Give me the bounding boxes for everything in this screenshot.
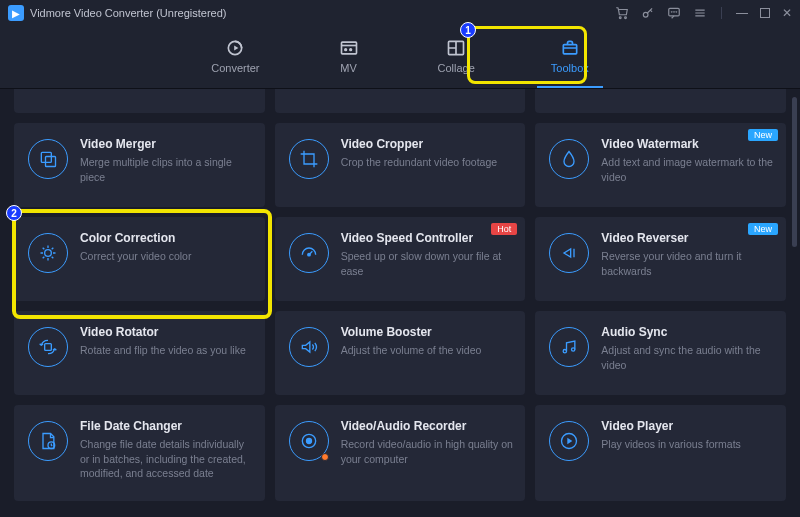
sync-icon <box>549 327 589 367</box>
alert-dot-icon <box>321 453 329 461</box>
tool-card-stub[interactable] <box>535 89 786 113</box>
key-icon[interactable] <box>641 6 655 20</box>
tool-video-watermark[interactable]: New Video Watermark Add text and image w… <box>535 123 786 207</box>
volume-icon <box>289 327 329 367</box>
tool-title: File Date Changer <box>80 419 253 433</box>
tab-label: Converter <box>211 62 259 74</box>
tool-video-merger[interactable]: Video Merger Merge multiple clips into a… <box>14 123 265 207</box>
tool-speed-controller[interactable]: Hot Video Speed Controller Speed up or s… <box>275 217 526 301</box>
tool-title: Volume Booster <box>341 325 482 339</box>
svg-marker-26 <box>568 438 573 445</box>
tab-label: Toolbox <box>551 62 589 74</box>
tab-converter[interactable]: Converter <box>197 36 273 76</box>
svg-rect-9 <box>341 42 356 54</box>
scrollbar[interactable] <box>792 97 797 247</box>
svg-point-16 <box>45 250 52 257</box>
color-icon <box>28 233 68 273</box>
svg-point-5 <box>674 12 675 13</box>
annotation-number-2: 2 <box>6 205 22 221</box>
tool-desc: Correct your video color <box>80 249 191 264</box>
play-icon <box>549 421 589 461</box>
merge-icon <box>28 139 68 179</box>
titlebar: ▶ Vidmore Video Converter (Unregistered)… <box>0 0 800 26</box>
tool-desc: Merge multiple clips into a single piece <box>80 155 253 184</box>
rotate-icon <box>28 327 68 367</box>
tool-video-rotator[interactable]: Video Rotator Rotate and flip the video … <box>14 311 265 395</box>
tool-desc: Rotate and flip the video as you like <box>80 343 246 358</box>
tool-title: Audio Sync <box>601 325 774 339</box>
svg-point-6 <box>676 12 677 13</box>
crop-icon <box>289 139 329 179</box>
tool-audio-sync[interactable]: Audio Sync Adjust and sync the audio wit… <box>535 311 786 395</box>
tool-desc: Speed up or slow down your file at ease <box>341 249 514 278</box>
tool-desc: Add text and image watermark to the vide… <box>601 155 774 184</box>
separator <box>721 7 722 19</box>
svg-rect-15 <box>46 157 56 167</box>
toolbox-icon <box>557 38 583 58</box>
converter-icon <box>222 38 248 58</box>
tool-desc: Play videos in various formats <box>601 437 740 452</box>
svg-rect-19 <box>45 344 52 351</box>
toolbox-scroll: Video Merger Merge multiple clips into a… <box>0 89 800 517</box>
annotation-number-1: 1 <box>460 22 476 38</box>
svg-rect-13 <box>563 45 576 54</box>
tool-desc: Adjust the volume of the video <box>341 343 482 358</box>
watermark-icon <box>549 139 589 179</box>
recorder-icon <box>289 421 329 461</box>
svg-point-1 <box>625 17 627 19</box>
tab-label: MV <box>340 62 357 74</box>
app-logo: ▶ <box>8 5 24 21</box>
menu-icon[interactable] <box>693 6 707 20</box>
tool-desc: Crop the redundant video footage <box>341 155 497 170</box>
tab-mv[interactable]: MV <box>322 36 376 76</box>
tool-video-player[interactable]: Video Player Play videos in various form… <box>535 405 786 501</box>
mv-icon <box>336 38 362 58</box>
tool-desc: Change file date details individually or… <box>80 437 253 481</box>
tool-file-date-changer[interactable]: File Date Changer Change file date detai… <box>14 405 265 501</box>
svg-point-17 <box>307 253 310 256</box>
tool-video-cropper[interactable]: Video Cropper Crop the redundant video f… <box>275 123 526 207</box>
svg-point-11 <box>349 49 351 51</box>
main-tabs: Converter MV Collage Toolbox <box>0 26 800 89</box>
svg-point-24 <box>306 439 311 444</box>
tool-desc: Reverse your video and turn it backwards <box>601 249 774 278</box>
tool-volume-booster[interactable]: Volume Booster Adjust the volume of the … <box>275 311 526 395</box>
tool-title: Video Cropper <box>341 137 497 151</box>
tool-title: Video/Audio Recorder <box>341 419 514 433</box>
svg-point-0 <box>619 17 621 19</box>
tool-title: Video Speed Controller <box>341 231 514 245</box>
svg-marker-8 <box>235 46 239 51</box>
svg-marker-18 <box>564 249 571 257</box>
svg-point-10 <box>344 49 346 51</box>
svg-point-21 <box>572 348 575 351</box>
tool-card-stub[interactable] <box>14 89 265 113</box>
tool-title: Video Player <box>601 419 740 433</box>
tool-title: Video Merger <box>80 137 253 151</box>
tool-desc: Adjust and sync the audio with the video <box>601 343 774 372</box>
svg-point-4 <box>671 12 672 13</box>
minimize-button[interactable] <box>736 13 748 14</box>
tab-collage[interactable]: Collage <box>424 36 489 76</box>
badge-new: New <box>748 223 778 235</box>
cart-icon[interactable] <box>615 6 629 20</box>
tool-title: Video Rotator <box>80 325 246 339</box>
reverse-icon <box>549 233 589 273</box>
tab-label: Collage <box>438 62 475 74</box>
tool-title: Color Correction <box>80 231 191 245</box>
badge-hot: Hot <box>491 223 517 235</box>
tool-card-stub[interactable] <box>275 89 526 113</box>
svg-point-2 <box>643 12 648 17</box>
tab-toolbox[interactable]: Toolbox <box>537 36 603 76</box>
collage-icon <box>443 38 469 58</box>
tool-color-correction[interactable]: Color Correction Correct your video colo… <box>14 217 265 301</box>
speed-icon <box>289 233 329 273</box>
svg-rect-14 <box>41 152 51 162</box>
window-controls: ✕ <box>615 6 792 20</box>
feedback-icon[interactable] <box>667 6 681 20</box>
tool-video-audio-recorder[interactable]: Video/Audio Recorder Record video/audio … <box>275 405 526 501</box>
tool-video-reverser[interactable]: New Video Reverser Reverse your video an… <box>535 217 786 301</box>
file-date-icon <box>28 421 68 461</box>
maximize-button[interactable] <box>760 8 770 18</box>
close-button[interactable]: ✕ <box>782 8 792 18</box>
badge-new: New <box>748 129 778 141</box>
